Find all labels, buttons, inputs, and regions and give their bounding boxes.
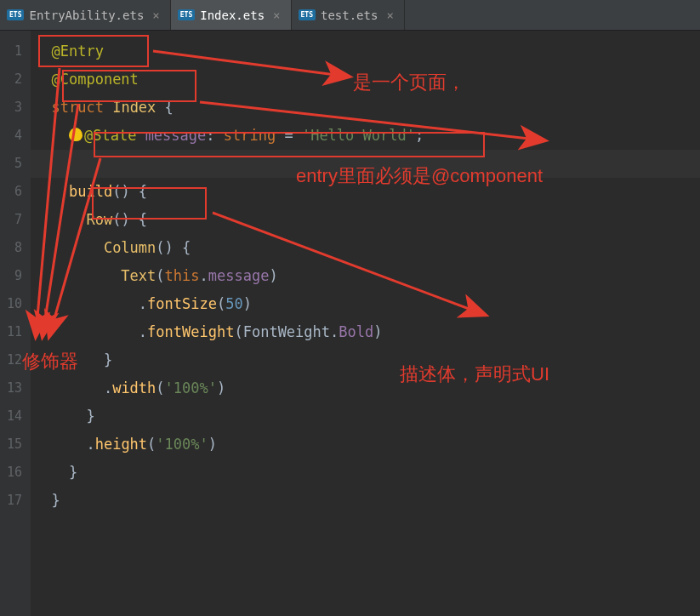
tab-index[interactable]: ETS Index.ets ×	[171, 0, 292, 30]
tab-label: test.ets	[321, 9, 378, 22]
ets-file-icon: ETS	[299, 9, 316, 20]
close-icon[interactable]: ×	[386, 9, 393, 22]
code-line[interactable]: .fontWeight(FontWeight.Bold)	[31, 318, 700, 346]
code-line[interactable]: Column() {	[31, 234, 700, 262]
tab-entryability[interactable]: ETS EntryAbility.ets ×	[0, 0, 171, 30]
code-line[interactable]: .width('100%')	[31, 374, 700, 402]
intention-bulb-icon[interactable]	[69, 128, 83, 141]
code-line[interactable]: }	[31, 346, 700, 374]
ets-file-icon: ETS	[178, 9, 195, 20]
tab-bar: ETS EntryAbility.ets × ETS Index.ets × E…	[0, 0, 700, 31]
code-line[interactable]: .fontSize(50)	[31, 290, 700, 318]
code-line[interactable]: }	[31, 459, 700, 487]
code-line[interactable]: @Entry	[31, 37, 700, 66]
code-line[interactable]: build() {	[31, 178, 700, 206]
tab-label: Index.ets	[200, 9, 265, 22]
code-area[interactable]: @Entry @Component struct Index { @State …	[31, 31, 700, 616]
code-line[interactable]: @State message: string = 'Hello World';	[31, 122, 700, 150]
code-line[interactable]: struct Index {	[31, 94, 700, 122]
code-line[interactable]: @Component	[31, 66, 700, 94]
code-editor[interactable]: 1 2 3 4 5 6 7 8 9 10 11 12 13 14 15 16 1…	[0, 31, 700, 616]
line-number-gutter: 1 2 3 4 5 6 7 8 9 10 11 12 13 14 15 16 1…	[0, 31, 31, 616]
tab-test[interactable]: ETS test.ets ×	[292, 0, 405, 30]
close-icon[interactable]: ×	[152, 9, 159, 22]
code-line-current[interactable]	[31, 150, 700, 178]
code-line[interactable]: Row() {	[31, 206, 700, 234]
ets-file-icon: ETS	[7, 9, 24, 20]
code-line[interactable]: }	[31, 402, 700, 431]
code-line[interactable]: .height('100%')	[31, 431, 700, 459]
tab-label: EntryAbility.ets	[29, 9, 144, 22]
code-line[interactable]: }	[31, 487, 700, 515]
code-line[interactable]: Text(this.message)	[31, 262, 700, 290]
close-icon[interactable]: ×	[273, 9, 280, 22]
